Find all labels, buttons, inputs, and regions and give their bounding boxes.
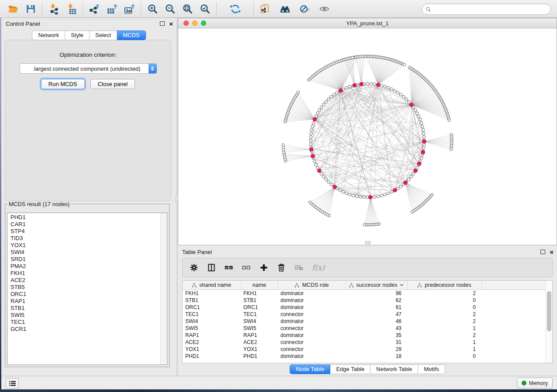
tab-node-table[interactable]: Node Table [290, 364, 331, 374]
network-graph[interactable] [178, 28, 557, 245]
select-all-button[interactable] [225, 262, 233, 273]
close-panel-button[interactable]: Close panel [90, 79, 135, 89]
table-row[interactable]: ACE2ACE2connector311 [183, 339, 546, 346]
task-history-button[interactable] [6, 378, 19, 389]
table-cell[interactable]: STB1 [241, 297, 278, 304]
table-cell[interactable]: dominator [278, 353, 346, 360]
table-cell[interactable]: 18 [346, 353, 407, 360]
table-cell[interactable]: dominator [278, 297, 346, 304]
export-table-button[interactable] [106, 3, 118, 15]
new-network-from-selection-button[interactable] [259, 3, 271, 15]
table-cell[interactable]: 2 [407, 290, 481, 297]
table-cell[interactable]: 1 [407, 325, 481, 332]
table-row[interactable]: YOX1YOX1connector291 [183, 346, 546, 353]
window-close-traffic-light[interactable] [183, 21, 189, 26]
mcds-result-item[interactable]: SWI5 [10, 312, 167, 319]
float-panel-icon[interactable] [160, 21, 165, 26]
delete-row-button[interactable] [277, 262, 286, 273]
tab-select[interactable]: Select [90, 31, 117, 40]
table-cell[interactable]: connector [278, 311, 346, 318]
table-cell[interactable]: dominator [278, 332, 346, 339]
table-cell[interactable]: PHD1 [183, 353, 241, 360]
mcds-result-item[interactable]: PMA2 [10, 263, 167, 270]
table-cell[interactable]: SWI5 [183, 325, 241, 332]
table-cell[interactable]: 31 [346, 339, 407, 346]
table-row[interactable]: ORC1ORC1dominator610 [183, 304, 546, 311]
table-cell[interactable]: ORC1 [183, 304, 241, 311]
function-builder-button[interactable]: f(x) [312, 262, 325, 273]
table-cell[interactable]: ORC1 [241, 304, 278, 311]
column-header-MCDS-role[interactable]: MCDS role [278, 281, 346, 290]
table-cell[interactable]: 46 [346, 318, 407, 325]
table-cell[interactable]: FKH1 [183, 290, 241, 297]
table-cell[interactable]: 43 [346, 325, 407, 332]
mcds-result-item[interactable]: SRD1 [10, 256, 167, 263]
close-panel-icon[interactable]: × [169, 21, 173, 27]
table-cell[interactable]: TEC1 [183, 311, 241, 318]
table-cell[interactable]: ACE2 [241, 339, 278, 346]
table-row[interactable]: FKH1FKH1dominator962 [183, 290, 546, 297]
table-cell[interactable]: YOX1 [241, 346, 278, 353]
table-scrollbar-thumb[interactable] [547, 291, 551, 331]
table-cell[interactable]: 1 [407, 339, 481, 346]
zoom-selected-button[interactable] [199, 3, 211, 15]
optimization-criterion-select[interactable]: largest connected component (undirected) [20, 63, 157, 74]
table-cell[interactable]: 96 [346, 290, 407, 297]
table-cell[interactable]: SWI5 [241, 325, 278, 332]
mcds-result-item[interactable]: ACE2 [10, 277, 167, 284]
tab-mcds[interactable]: MCDS [117, 31, 145, 40]
mcds-result-item[interactable]: ORC1 [10, 291, 167, 298]
mcds-result-item[interactable]: PHD1 [10, 214, 167, 221]
mcds-result-item[interactable]: TID3 [10, 235, 167, 242]
close-table-panel-icon[interactable]: × [550, 249, 554, 255]
table-scrollbar[interactable] [546, 281, 552, 363]
zoom-out-button[interactable] [164, 3, 176, 15]
table-cell[interactable]: dominator [278, 318, 346, 325]
save-session-button[interactable] [24, 3, 37, 15]
table-row[interactable]: RAP1RAP1dominator352 [183, 332, 546, 339]
memory-button[interactable]: Memory [517, 378, 553, 389]
table-cell[interactable]: dominator [278, 304, 346, 311]
mcds-result-item[interactable]: TEC1 [10, 319, 167, 326]
table-cell[interactable]: 61 [346, 304, 407, 311]
tab-motifs[interactable]: Motifs [418, 364, 445, 374]
import-network-button[interactable] [48, 3, 60, 15]
apply-layout-button[interactable] [229, 3, 241, 15]
table-row[interactable]: TEC1TEC1connector472 [183, 311, 546, 318]
table-cell[interactable]: RAP1 [241, 332, 278, 339]
table-cell[interactable]: FKH1 [241, 290, 278, 297]
window-minimize-traffic-light[interactable] [192, 21, 197, 26]
mcds-result-item[interactable]: GCR1 [10, 326, 167, 333]
table-cell[interactable]: PHD1 [241, 353, 278, 360]
table-cell[interactable]: RAP1 [183, 332, 241, 339]
table-cell[interactable]: 0 [407, 304, 481, 311]
show-all-button[interactable] [318, 3, 330, 15]
table-cell[interactable]: SWI4 [183, 318, 241, 325]
table-row[interactable]: STB1STB1dominator620 [183, 297, 546, 304]
table-cell[interactable]: 35 [346, 332, 407, 339]
window-zoom-traffic-light[interactable] [201, 21, 206, 26]
sash-resize-grip[interactable] [365, 241, 370, 244]
tab-network-table[interactable]: Network Table [370, 364, 418, 374]
table-cell[interactable]: 0 [407, 353, 481, 360]
column-header-predecessor-nodes[interactable]: predecessor nodes [407, 281, 481, 290]
deselect-all-button[interactable] [242, 262, 251, 273]
column-header-successor-nodes[interactable]: successor nodes [346, 281, 407, 290]
table-cell[interactable]: 2 [407, 311, 481, 318]
mcds-list-scrollbar[interactable] [160, 213, 166, 364]
mcds-result-item[interactable]: STP4 [10, 228, 167, 235]
zoom-fit-button[interactable] [181, 3, 194, 15]
show-column-button[interactable] [207, 262, 216, 273]
zoom-in-button[interactable] [146, 3, 159, 15]
table-row[interactable]: SWI5SWI5connector431 [183, 325, 546, 332]
table-cell[interactable]: connector [278, 339, 346, 346]
mcds-result-item[interactable]: SWI4 [10, 249, 167, 256]
add-row-button[interactable] [259, 262, 268, 273]
mcds-result-item[interactable]: RAP1 [10, 298, 167, 305]
open-file-button[interactable] [7, 3, 19, 15]
tab-network[interactable]: Network [32, 31, 65, 40]
table-cell[interactable]: YOX1 [183, 346, 241, 353]
tab-style[interactable]: Style [65, 31, 90, 40]
table-cell[interactable]: TEC1 [241, 311, 278, 318]
tab-edge-table[interactable]: Edge Table [330, 364, 370, 374]
